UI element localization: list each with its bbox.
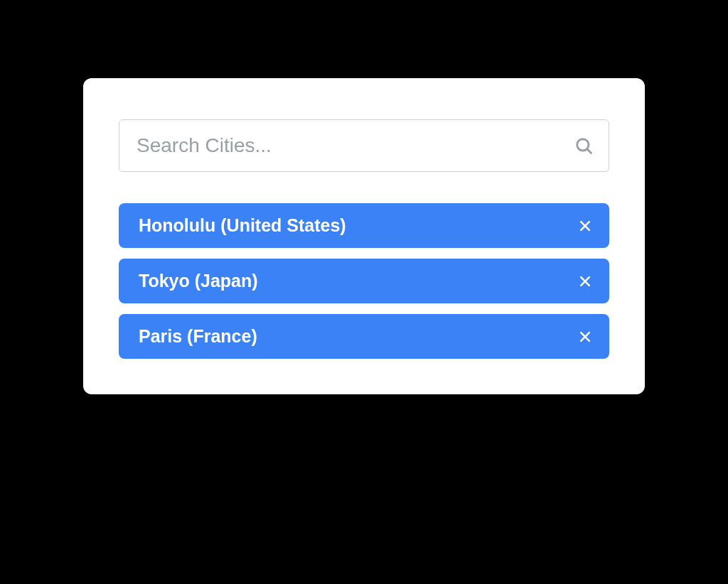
city-chip[interactable]: Tokyo (Japan) (119, 259, 609, 303)
close-icon[interactable] (578, 330, 592, 344)
search-card: Honolulu (United States) Tokyo (Japan) P… (83, 78, 645, 394)
search-wrapper (119, 119, 609, 172)
close-icon[interactable] (578, 219, 592, 233)
chip-label: Paris (France) (139, 326, 257, 347)
search-input[interactable] (119, 119, 609, 172)
city-chip[interactable]: Honolulu (United States) (119, 203, 609, 248)
chip-label: Honolulu (United States) (139, 215, 346, 236)
chip-label: Tokyo (Japan) (139, 271, 258, 291)
chip-list: Honolulu (United States) Tokyo (Japan) P… (119, 203, 609, 359)
city-chip[interactable]: Paris (France) (119, 314, 609, 359)
close-icon[interactable] (578, 274, 592, 288)
